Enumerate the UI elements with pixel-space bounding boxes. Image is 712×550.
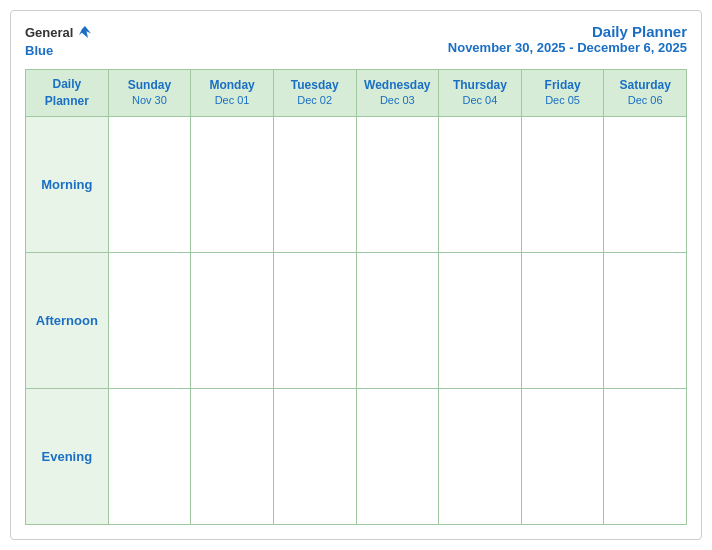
logo-area: General Blue <box>25 23 94 59</box>
col-planner-line1: Daily <box>52 77 81 91</box>
cell-afternoon-monday[interactable] <box>191 252 274 388</box>
row-label-evening: Evening <box>26 388 109 524</box>
cell-evening-sunday[interactable] <box>108 388 191 524</box>
row-evening: Evening <box>26 388 687 524</box>
row-afternoon: Afternoon <box>26 252 687 388</box>
col-date-friday: Dec 05 <box>524 93 602 108</box>
cell-afternoon-thursday[interactable] <box>439 252 522 388</box>
row-morning: Morning <box>26 116 687 252</box>
col-planner-line2: Planner <box>45 94 89 108</box>
svg-marker-0 <box>79 26 91 38</box>
col-header-friday: Friday Dec 05 <box>521 70 604 117</box>
row-label-afternoon: Afternoon <box>26 252 109 388</box>
col-day-tuesday: Tuesday <box>276 77 354 93</box>
col-date-saturday: Dec 06 <box>606 93 684 108</box>
col-date-wednesday: Dec 03 <box>359 93 437 108</box>
cell-evening-monday[interactable] <box>191 388 274 524</box>
col-header-wednesday: Wednesday Dec 03 <box>356 70 439 117</box>
col-day-saturday: Saturday <box>606 77 684 93</box>
planner-title: Daily Planner <box>448 23 687 40</box>
col-day-sunday: Sunday <box>111 77 189 93</box>
cell-morning-saturday[interactable] <box>604 116 687 252</box>
logo-general: General <box>25 25 73 40</box>
cell-afternoon-sunday[interactable] <box>108 252 191 388</box>
planner-page: General Blue Daily Planner November 30, … <box>10 10 702 540</box>
cell-morning-thursday[interactable] <box>439 116 522 252</box>
cell-evening-thursday[interactable] <box>439 388 522 524</box>
cell-afternoon-friday[interactable] <box>521 252 604 388</box>
logo-text: General <box>25 23 94 41</box>
cell-afternoon-saturday[interactable] <box>604 252 687 388</box>
col-date-thursday: Dec 04 <box>441 93 519 108</box>
cell-afternoon-wednesday[interactable] <box>356 252 439 388</box>
col-date-monday: Dec 01 <box>193 93 271 108</box>
col-header-sunday: Sunday Nov 30 <box>108 70 191 117</box>
col-header-saturday: Saturday Dec 06 <box>604 70 687 117</box>
col-day-thursday: Thursday <box>441 77 519 93</box>
logo-blue: Blue <box>25 43 53 58</box>
cell-morning-tuesday[interactable] <box>273 116 356 252</box>
col-header-monday: Monday Dec 01 <box>191 70 274 117</box>
col-header-thursday: Thursday Dec 04 <box>439 70 522 117</box>
cell-evening-tuesday[interactable] <box>273 388 356 524</box>
row-label-morning: Morning <box>26 116 109 252</box>
col-day-wednesday: Wednesday <box>359 77 437 93</box>
col-day-friday: Friday <box>524 77 602 93</box>
cell-morning-friday[interactable] <box>521 116 604 252</box>
col-day-monday: Monday <box>193 77 271 93</box>
col-date-tuesday: Dec 02 <box>276 93 354 108</box>
cell-evening-wednesday[interactable] <box>356 388 439 524</box>
cell-morning-sunday[interactable] <box>108 116 191 252</box>
col-header-planner: Daily Planner <box>26 70 109 117</box>
planner-subtitle: November 30, 2025 - December 6, 2025 <box>448 40 687 55</box>
cell-afternoon-tuesday[interactable] <box>273 252 356 388</box>
col-date-sunday: Nov 30 <box>111 93 189 108</box>
cell-morning-wednesday[interactable] <box>356 116 439 252</box>
header-right: Daily Planner November 30, 2025 - Decemb… <box>448 23 687 55</box>
cell-evening-friday[interactable] <box>521 388 604 524</box>
calendar-table: Daily Planner Sunday Nov 30 Monday Dec 0… <box>25 69 687 525</box>
header: General Blue Daily Planner November 30, … <box>25 23 687 59</box>
cell-evening-saturday[interactable] <box>604 388 687 524</box>
logo-blue-text: Blue <box>25 41 53 59</box>
logo-bird-icon <box>76 23 94 41</box>
cell-morning-monday[interactable] <box>191 116 274 252</box>
col-header-tuesday: Tuesday Dec 02 <box>273 70 356 117</box>
